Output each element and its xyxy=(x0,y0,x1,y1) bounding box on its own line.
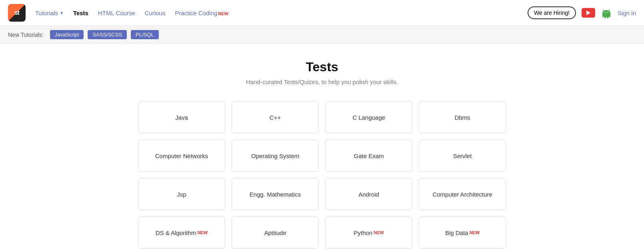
svg-rect-10 xyxy=(607,16,608,18)
youtube-play-icon xyxy=(586,10,590,15)
test-card[interactable]: Aptitude xyxy=(232,217,319,249)
test-card[interactable]: Computer Architecture xyxy=(419,178,506,210)
svg-line-5 xyxy=(603,10,604,11)
test-card[interactable]: Big DataNEW xyxy=(419,217,506,249)
javascript-tag[interactable]: JavaScript xyxy=(50,30,84,39)
test-card[interactable]: C Language xyxy=(325,101,412,133)
test-card[interactable]: Servlet xyxy=(419,140,506,172)
tutorials-nav-link[interactable]: Tutorials ▼ xyxy=(35,10,64,16)
test-card[interactable]: C++ xyxy=(232,101,319,133)
page-subtitle: Hand-curated Tests/Quizes, to help you p… xyxy=(90,78,554,85)
test-card[interactable]: Computer Networks xyxy=(138,140,225,172)
signin-link[interactable]: Sign in xyxy=(618,10,636,16)
youtube-icon[interactable] xyxy=(582,8,595,18)
test-card[interactable]: DS & AlgorithmNEW xyxy=(138,217,225,249)
chevron-down-icon: ▼ xyxy=(60,11,64,15)
svg-rect-7 xyxy=(602,14,604,17)
nav-links: Tutorials ▼ Tests HTML Course Curious Pr… xyxy=(35,10,528,16)
logo[interactable]: st xyxy=(8,4,26,22)
svg-rect-9 xyxy=(604,16,606,18)
hiring-button[interactable]: We are Hiring! xyxy=(528,6,576,19)
test-card[interactable]: Java xyxy=(138,101,225,133)
svg-point-2 xyxy=(602,10,610,15)
navbar: st Tutorials ▼ Tests HTML Course Curious… xyxy=(0,0,644,26)
practice-coding-nav-link[interactable]: Practice CodingNEW xyxy=(175,10,228,16)
test-card[interactable]: Jsp xyxy=(138,178,225,210)
test-grid: JavaC++C LanguageDbmsComputer NetworksOp… xyxy=(138,101,506,249)
logo-icon: st xyxy=(8,4,26,22)
tutorials-bar-label: New Tutorials: xyxy=(8,32,44,38)
tests-nav-link[interactable]: Tests xyxy=(73,10,88,16)
android-svg xyxy=(601,7,612,18)
tutorials-bar: New Tutorials: JavaScript SASS/SCSS PL/S… xyxy=(0,26,644,44)
svg-point-4 xyxy=(607,12,608,13)
nav-right: We are Hiring! Sign in xyxy=(528,6,636,19)
curious-nav-link[interactable]: Curious xyxy=(145,10,166,16)
test-card[interactable]: Operating System xyxy=(232,140,319,172)
test-card[interactable]: Gate Exam xyxy=(325,140,412,172)
test-card[interactable]: Android xyxy=(325,178,412,210)
pl-sql-tag[interactable]: PL/SQL xyxy=(131,30,159,39)
test-card[interactable]: Engg. Mathematics xyxy=(232,178,319,210)
svg-line-6 xyxy=(609,10,610,11)
android-icon[interactable] xyxy=(601,7,612,18)
html-course-nav-link[interactable]: HTML Course xyxy=(98,10,135,16)
page-title: Tests xyxy=(90,60,554,74)
practice-coding-new-badge: NEW xyxy=(218,11,228,16)
test-card[interactable]: Dbms xyxy=(419,101,506,133)
main-content: Tests Hand-curated Tests/Quizes, to help… xyxy=(82,44,562,249)
test-card[interactable]: PythonNEW xyxy=(325,217,412,249)
svg-rect-8 xyxy=(609,14,610,17)
sass-scss-tag[interactable]: SASS/SCSS xyxy=(88,30,127,39)
svg-point-3 xyxy=(604,12,605,13)
